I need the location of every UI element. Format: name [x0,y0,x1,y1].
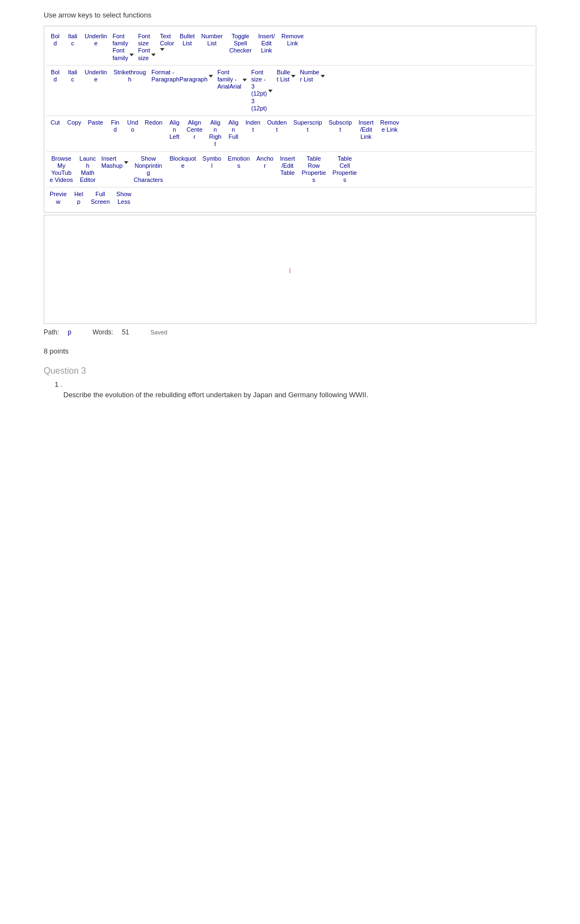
number-list-button[interactable]: NumberList [199,32,225,48]
question-label: Question 3 [44,366,536,376]
undo-button[interactable]: Undo [125,118,140,134]
bullet-list-button[interactable]: BulletList [177,32,197,48]
symbol-button[interactable]: Symbol [200,154,223,170]
align-right-button[interactable]: AlignRight [207,118,224,149]
show-nonprinting-button[interactable]: ShowNonprintingCharacters [132,154,165,185]
path-label: Path: [44,328,59,336]
editor-area[interactable]: | [44,215,536,324]
italic-button[interactable]: Italic [65,32,80,48]
launch-math-button[interactable]: LaunchMathEditor [78,154,98,185]
insert-edit-table-button[interactable]: Insert/EditTable [278,154,298,178]
table-row-props-button[interactable]: TableRowProperties [299,154,328,185]
status-bar: Path: p Words: 51 Saved [44,328,167,336]
anchor-button[interactable]: Anchor [254,154,275,170]
italic2-button[interactable]: Italic [65,68,80,84]
toolbar-row-2: Bold Italic Underline Strikethrough Form… [46,66,534,116]
blockquote-button[interactable]: Blockquote [168,154,198,170]
words-label: Words: [92,328,113,336]
strikethrough-button[interactable]: Strikethrough [111,68,148,84]
help-button[interactable]: Help [71,190,86,206]
insert-edit-link-button[interactable]: Insert/EditLink [256,32,277,56]
toggle-spell-button[interactable]: ToggleSpellChecker [227,32,254,56]
saved-badge: Saved [150,329,167,336]
editor-cursor-indicator: | [289,267,291,273]
table-cell-props-button[interactable]: TableCellProperties [330,154,359,185]
indent-button[interactable]: Indent [243,118,263,134]
preview-button[interactable]: Preview [48,190,69,206]
paste-button[interactable]: Paste [86,118,105,127]
path-value: p [68,328,72,336]
toolbar-container: Bold Italic Underline Fontfamily Fontfam… [44,26,536,213]
format-paragraph-dropdown[interactable]: Format -ParagraphParagraph [150,68,214,84]
align-full-button[interactable]: AlignFull [226,118,241,142]
remove-link2-button[interactable]: Remove Link [378,118,401,134]
bullet-list2-dropdown[interactable]: Bullet List [276,68,297,84]
bold2-button[interactable]: Bold [48,68,63,84]
redo-button[interactable]: Redon [143,118,164,127]
toolbar-row-3: Cut Copy Paste Find Undo Redon AlignLeft… [46,116,534,152]
font-family-dropdown[interactable]: Fontfamily Fontfamily [111,32,135,63]
words-value: 51 [122,328,129,336]
font-size2-dropdown[interactable]: Fontsize -3(12pt)3(12pt) [250,68,274,113]
cut-button[interactable]: Cut [48,118,63,127]
points-label: 8 points [44,347,536,355]
find-button[interactable]: Find [108,118,123,134]
font-family2-dropdown[interactable]: Fontfamily -ArialArial [216,68,248,92]
font-size-dropdown[interactable]: Fontsize Fontsize [137,32,157,63]
question-item-1: 1 . Describe the evolution of the rebuil… [55,380,536,399]
number-list2-dropdown[interactable]: Number List [299,68,325,84]
insert-edit-link2-button[interactable]: Insert/EditLink [356,118,376,142]
fullscreen-button[interactable]: FullScreen [88,190,112,206]
insert-mashup-dropdown[interactable]: InsertMashup [100,154,129,170]
underline2-button[interactable]: Underline [82,68,109,84]
align-left-button[interactable]: AlignLeft [167,118,182,142]
show-less-button[interactable]: ShowLess [114,190,134,206]
remove-link-button[interactable]: RemoveLink [279,32,306,48]
toolbar-row-1: Bold Italic Underline Fontfamily Fontfam… [46,30,534,66]
toolbar-row-5: Preview Help FullScreen ShowLess [46,187,534,208]
instruction-text: Use arrow keys to select functions [44,11,536,19]
outdent-button[interactable]: Outdent [265,118,289,134]
align-center-button[interactable]: AlignCenter [184,118,204,142]
question-num: 1 . [55,380,536,389]
question-text: Describe the evolution of the rebuilding… [63,391,536,399]
emotions-button[interactable]: Emotions [226,154,252,170]
copy-button[interactable]: Copy [65,118,84,127]
underline-button[interactable]: Underline [82,32,109,48]
toolbar-row-4: BrowseMyYouTube Videos LaunchMathEditor … [46,152,534,188]
subscript-button[interactable]: Subscript [327,118,354,134]
bold-button[interactable]: Bold [48,32,63,48]
text-color-dropdown[interactable]: TextColor [159,32,175,52]
browse-youtube-button[interactable]: BrowseMyYouTube Videos [48,154,75,185]
superscript-button[interactable]: Superscript [291,118,324,134]
